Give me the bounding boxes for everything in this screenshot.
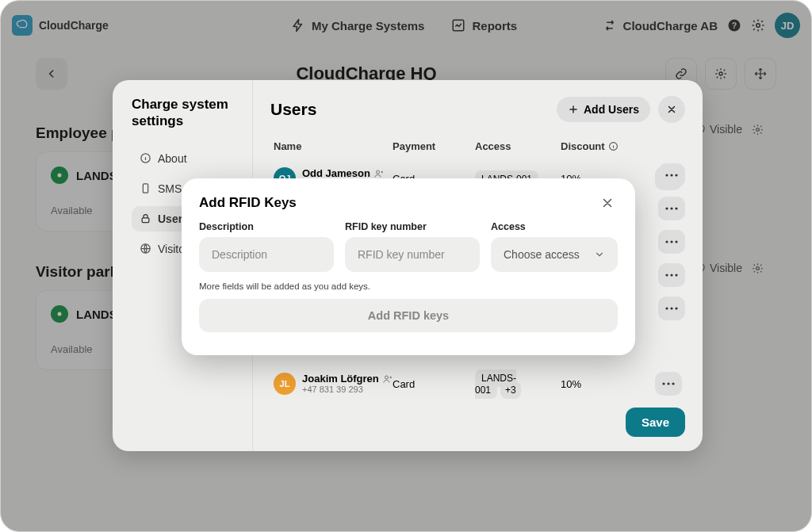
user-name: Joakim Löfgren [302, 373, 379, 385]
row-menu-button[interactable] [658, 297, 685, 320]
col-payment: Payment [393, 140, 475, 152]
user-phone: +47 831 39 293 [302, 385, 393, 394]
close-button[interactable] [597, 193, 618, 213]
svg-point-27 [670, 240, 672, 243]
svg-point-21 [670, 174, 672, 176]
info-icon [140, 152, 151, 164]
user-avatar: JL [274, 373, 296, 395]
dots-icon [665, 174, 678, 177]
svg-rect-12 [143, 184, 147, 193]
row-menu-button[interactable] [658, 263, 685, 287]
col-name: Name [274, 140, 393, 152]
svg-point-22 [675, 174, 677, 176]
close-icon [666, 104, 677, 115]
access-select[interactable]: Choose access [491, 237, 618, 272]
svg-point-38 [672, 382, 674, 385]
dots-icon [665, 207, 678, 210]
dots-icon [662, 382, 675, 385]
svg-point-16 [376, 170, 379, 174]
row-menu-button[interactable] [658, 230, 685, 254]
add-rfid-modal: Add RFID Keys Description RFID key numbe… [182, 178, 635, 355]
svg-point-31 [675, 274, 677, 276]
user-type-icon [383, 374, 393, 384]
rfid-input[interactable] [345, 237, 480, 272]
modal-note: More fields will be added as you add key… [199, 281, 618, 291]
svg-point-36 [662, 382, 665, 385]
close-button[interactable] [658, 96, 685, 123]
sidebar-item-about[interactable]: About [132, 146, 244, 171]
user-type-icon [374, 169, 384, 178]
info-icon [608, 141, 619, 151]
save-button[interactable]: Save [626, 408, 685, 437]
cell-payment: Card [393, 378, 475, 390]
svg-point-33 [670, 307, 672, 309]
svg-point-25 [675, 207, 677, 209]
user-name: Odd Jameson [302, 168, 370, 179]
svg-point-30 [670, 274, 672, 276]
col-discount: Discount [561, 140, 629, 152]
add-users-button[interactable]: Add Users [557, 97, 650, 122]
label-rfid: RFID key number [345, 221, 480, 232]
plus-icon [568, 104, 579, 115]
svg-point-32 [665, 307, 668, 309]
phone-icon [140, 182, 151, 194]
app-frame: CloudCharge My Charge Systems Reports Cl… [0, 0, 812, 532]
label-description: Description [199, 221, 334, 232]
dots-icon [665, 307, 678, 310]
svg-point-24 [670, 207, 672, 209]
svg-point-28 [675, 240, 677, 243]
svg-point-37 [667, 382, 669, 385]
svg-point-29 [665, 274, 668, 276]
row-menu-button[interactable] [658, 163, 685, 187]
svg-point-20 [665, 174, 668, 176]
row-menu-button[interactable] [655, 372, 682, 396]
lock-icon [140, 212, 151, 224]
table-row: JL Joakim Löfgren +47 831 39 293 Card LA… [270, 364, 685, 404]
svg-point-26 [665, 240, 668, 243]
add-rfid-submit[interactable]: Add RFID keys [199, 299, 618, 332]
col-access: Access [475, 140, 561, 152]
svg-point-34 [675, 307, 677, 309]
access-select-value: Choose access [504, 248, 580, 261]
ghost-rows [658, 163, 685, 320]
svg-rect-13 [142, 218, 149, 223]
settings-main-title: Users [270, 100, 316, 119]
svg-point-35 [385, 376, 388, 379]
row-menu-button[interactable] [658, 197, 685, 220]
dots-icon [665, 240, 678, 243]
access-extra: +3 [500, 381, 521, 399]
globe-icon [140, 243, 151, 255]
cell-discount: 10% [561, 378, 629, 390]
dots-icon [665, 274, 678, 277]
description-input[interactable] [199, 237, 334, 272]
settings-sidebar-title: Charge system settings [132, 96, 244, 130]
label-access: Access [491, 221, 618, 232]
close-icon [600, 196, 615, 210]
svg-point-23 [665, 207, 668, 209]
modal-title: Add RFID Keys [199, 195, 297, 211]
chevron-down-icon [594, 249, 605, 260]
